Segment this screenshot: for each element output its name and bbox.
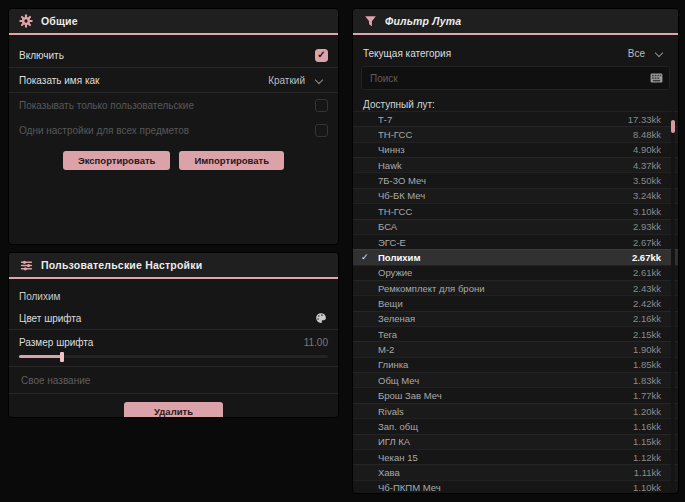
category-dropdown[interactable]: Все: [624, 46, 668, 61]
loot-item-name: Т-7: [378, 114, 616, 125]
loot-list-item[interactable]: ✓ Глинка 1.85kk: [353, 357, 678, 372]
loot-list-item[interactable]: ✓ Общ Меч 1.83kk: [353, 372, 678, 387]
font-size-value: 11.00: [304, 337, 328, 348]
panel-general-header: Общие: [9, 9, 338, 35]
panel-custom-settings: Пользовательские Настройки Полихим Цвет …: [8, 252, 339, 418]
same-settings-checkbox[interactable]: [315, 124, 328, 137]
loot-list-item[interactable]: ✓ Hawk 4.37kk: [353, 157, 678, 172]
palette-icon[interactable]: [314, 311, 328, 325]
search-input[interactable]: [368, 72, 643, 85]
custom-name-row: [9, 367, 338, 393]
panel-custom-header: Пользовательские Настройки: [9, 253, 338, 279]
loot-scrollbar[interactable]: [671, 111, 675, 494]
loot-item-value: 17.33kk: [628, 114, 661, 125]
loot-list-item[interactable]: ✓ ИГЛ КА 1.15kk: [353, 434, 678, 449]
loot-item-value: 1.83kk: [633, 375, 661, 386]
dropdown-value: Все: [628, 48, 645, 59]
loot-item-name: Зеленая: [378, 313, 621, 324]
loot-list-item[interactable]: ✓ 7Б-3О Меч 3.50kk: [353, 172, 678, 187]
loot-item-value: 4.37kk: [633, 160, 661, 171]
loot-list-item[interactable]: ✓ Оружие 2.61kk: [353, 265, 678, 280]
available-loot-label: Доступный лут:: [353, 99, 678, 110]
font-color-label: Цвет шрифта: [19, 313, 81, 324]
loot-item-value: 2.43kk: [633, 283, 661, 294]
chevron-down-icon: [315, 76, 324, 85]
loot-item-value: 1.16kk: [633, 421, 661, 432]
loot-list-item[interactable]: ✓ БСА 2.93kk: [353, 219, 678, 234]
loot-list-item[interactable]: ✓ Полихим 2.67kk: [353, 249, 678, 264]
loot-list-item[interactable]: ✓ Чб-БК Меч 3.24kk: [353, 188, 678, 203]
loot-list-item[interactable]: ✓ Rivals 1.20kk: [353, 403, 678, 418]
loot-list-item[interactable]: ✓ Брош Зав Меч 1.77kk: [353, 387, 678, 402]
enable-checkbox[interactable]: [315, 49, 328, 62]
panel-title: Общие: [41, 15, 78, 27]
slider-thumb[interactable]: [60, 352, 64, 362]
search-box: [361, 66, 670, 90]
loot-list-item[interactable]: ✓ М-2 1.90kk: [353, 341, 678, 356]
setting-label: Включить: [19, 50, 64, 61]
font-color-row: Цвет шрифта: [9, 307, 338, 329]
loot-item-name: Чб-БК Меч: [378, 190, 621, 201]
loot-list-item[interactable]: ✓ ТН-ГСС 3.10kk: [353, 203, 678, 218]
loot-item-value: 3.10kk: [633, 206, 661, 217]
custom-only-checkbox[interactable]: [315, 99, 328, 112]
loot-item-value: 3.24kk: [633, 190, 661, 201]
loot-item-value: 1.15kk: [633, 436, 661, 447]
divider: [9, 393, 338, 394]
loot-item-value: 1.77kk: [633, 390, 661, 401]
chevron-down-icon: [655, 49, 664, 58]
loot-item-value: 2.93kk: [633, 221, 661, 232]
loot-item-name: ИГЛ КА: [378, 436, 621, 447]
loot-item-value: 1.85kk: [633, 359, 661, 370]
setting-row-custom-only: Показывать только пользовательские: [9, 95, 338, 116]
loot-list-item[interactable]: ✓ ЭГС-Е 2.67kk: [353, 234, 678, 249]
loot-list-item[interactable]: ✓ Чиннз 4.90kk: [353, 142, 678, 157]
loot-list-item[interactable]: ✓ Тега 2.15kk: [353, 326, 678, 341]
loot-item-value: 1.20kk: [633, 406, 661, 417]
name-mode-dropdown[interactable]: Краткий: [264, 73, 328, 88]
loot-item-name: Чекан 15: [378, 452, 621, 463]
delete-row: Удалить: [9, 402, 338, 418]
loot-item-value: 2.16kk: [633, 313, 661, 324]
panel-general: Общие Включить Показать имя как Краткий …: [8, 8, 339, 245]
loot-item-name: Ремкомплект для брони: [378, 283, 621, 294]
loot-list: ✓ Т-7 17.33kk ✓ ТН-ГСС 8.48kk ✓ Чиннз 4.…: [353, 111, 678, 494]
export-button[interactable]: Экспортировать: [63, 151, 170, 170]
loot-item-value: 2.61kk: [633, 267, 661, 278]
loot-item-value: 2.67kk: [633, 237, 661, 248]
loot-item-name: Вещи: [378, 298, 621, 309]
delete-button[interactable]: Удалить: [124, 402, 223, 418]
divider: [9, 329, 338, 330]
import-button[interactable]: Импортировать: [179, 151, 284, 170]
scrollbar-thumb[interactable]: [671, 120, 675, 133]
loot-item-name: Тега: [378, 329, 621, 340]
loot-item-name: Hawk: [378, 160, 621, 171]
loot-item-name: Глинка: [378, 359, 621, 370]
dropdown-value: Краткий: [268, 75, 305, 86]
loot-list-item[interactable]: ✓ ТН-ГСС 8.48kk: [353, 126, 678, 141]
loot-list-item[interactable]: ✓ Зеленая 2.16kk: [353, 311, 678, 326]
loot-item-value: 2.42kk: [633, 298, 661, 309]
loot-list-item[interactable]: ✓ Вещи 2.42kk: [353, 295, 678, 310]
loot-item-name: Оружие: [378, 267, 621, 278]
funnel-icon: [363, 14, 377, 28]
category-row: Текущая категория Все: [353, 40, 678, 66]
loot-list-item[interactable]: ✓ Ремкомплект для брони 2.43kk: [353, 280, 678, 295]
loot-item-name: ТН-ГСС: [378, 129, 621, 140]
user-settings-icon: [19, 258, 33, 272]
setting-label: Показывать только пользовательские: [19, 100, 194, 111]
loot-list-item[interactable]: ✓ Т-7 17.33kk: [353, 111, 678, 126]
loot-list-item[interactable]: ✓ Хава 1.11kk: [353, 464, 678, 479]
font-size-slider[interactable]: [19, 355, 328, 358]
loot-item-name: Чб-ПКПМ Меч: [378, 482, 621, 493]
setting-label: Одни настройки для всех предметов: [19, 125, 189, 136]
loot-list-item[interactable]: ✓ Зап. общ 1.16kk: [353, 418, 678, 433]
loot-list-item[interactable]: ✓ Чб-ПКПМ Меч 1.10kk: [353, 480, 678, 494]
loot-item-name: М-2: [378, 344, 621, 355]
loot-item-value: 2.15kk: [633, 329, 661, 340]
panel-title: Фильтр Лута: [385, 15, 461, 27]
loot-list-item[interactable]: ✓ Чекан 15 1.12kk: [353, 449, 678, 464]
export-import-row: Экспортировать Импортировать: [9, 151, 338, 170]
keyboard-icon[interactable]: [649, 71, 663, 85]
custom-name-input[interactable]: [19, 374, 328, 387]
